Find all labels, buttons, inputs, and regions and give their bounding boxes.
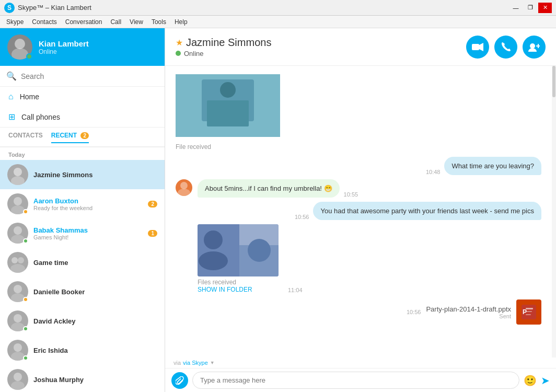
close-button[interactable]: ✕	[538, 3, 552, 13]
tab-contacts[interactable]: CONTACTS	[8, 132, 43, 143]
message-input-bar: 🙂 ➤	[165, 368, 556, 392]
msg-time-1104: 11:04	[288, 287, 303, 293]
pptx-icon: P	[516, 299, 541, 325]
recent-badge: 2	[80, 132, 89, 139]
contact-avatar-game-time	[7, 252, 28, 273]
svg-point-12	[11, 293, 25, 302]
emoji-button[interactable]: 🙂	[524, 374, 537, 387]
nav-call-phones[interactable]: ⊞ Call phones	[0, 107, 165, 127]
chat-area: File received 10:48 What time are you le…	[165, 66, 552, 358]
menu-conversation[interactable]: Conversation	[61, 17, 107, 27]
svg-rect-28	[207, 100, 249, 126]
add-contact-button[interactable]	[523, 36, 546, 59]
received-photo-1	[198, 224, 279, 276]
msg-time-1056a: 10:56	[295, 214, 309, 220]
via-skype-link[interactable]: via Skype	[183, 360, 208, 366]
svg-rect-45	[526, 311, 532, 312]
svg-point-7	[11, 235, 25, 244]
contact-name-eric: Eric Ishida	[33, 347, 157, 354]
msg-time-1056b: 10:56	[407, 309, 421, 315]
nav-home[interactable]: ⌂ Home	[0, 87, 165, 107]
menu-contacts[interactable]: Contacts	[28, 17, 61, 27]
contact-item-david-ackley[interactable]: David Ackley	[0, 306, 165, 336]
msg-time-1055: 10:55	[344, 191, 358, 198]
svg-point-32	[178, 234, 190, 241]
contact-list: Today Jazmine Simmons	[0, 147, 165, 392]
svg-rect-46	[526, 314, 531, 315]
message-input[interactable]	[192, 372, 519, 389]
status-dot-eric	[23, 355, 28, 361]
svg-point-35	[204, 230, 223, 249]
recv-wrap-5mins: About 5mins...if I can find my umbrella!…	[198, 179, 358, 198]
left-panel: Kian Lambert Online 🔍 ⌂ Home ⊞ Call phon…	[0, 28, 165, 392]
section-today: Today	[0, 147, 165, 160]
contact-avatar-danielle	[7, 281, 28, 302]
chat-contact-name: Jazmine Simmons	[186, 37, 271, 49]
status-dot-babak	[23, 238, 28, 244]
svg-point-31	[180, 227, 188, 234]
menu-view[interactable]: View	[125, 17, 147, 27]
recv-avatar-jazmine-2	[176, 224, 192, 243]
menu-call[interactable]: Call	[106, 17, 125, 27]
restore-button[interactable]: ❐	[524, 3, 537, 13]
contact-status-babak: Games Night!	[33, 234, 143, 240]
skype-logo-icon: S	[4, 3, 15, 13]
contact-item-jazmine-simmons[interactable]: Jazmine Simmons	[0, 160, 165, 189]
search-icon: 🔍	[6, 71, 17, 81]
status-dot-david	[23, 326, 28, 331]
menu-skype[interactable]: Skype	[2, 17, 28, 27]
msg-time-1048: 10:48	[426, 169, 441, 175]
contact-name-babak: Babak Shammas	[33, 226, 143, 234]
contact-badge-babak: 1	[148, 230, 157, 237]
video-call-button[interactable]	[466, 36, 489, 59]
svg-rect-44	[526, 308, 533, 309]
status-dot-danielle	[23, 297, 28, 302]
minimize-button[interactable]: —	[509, 3, 523, 13]
nav-items: ⌂ Home ⊞ Call phones	[0, 87, 165, 128]
contact-item-danielle-booker[interactable]: Danielle Booker	[0, 277, 165, 306]
star-icon[interactable]: ★	[176, 38, 183, 48]
profile-name: Kian Lambert	[39, 39, 89, 48]
chat-contact-name-header: ★ Jazmine Simmons	[176, 37, 271, 49]
recv-avatar-jazmine	[176, 179, 192, 196]
title-bar: S Skype™ – Kian Lambert — ❐ ✕	[0, 0, 556, 16]
contact-avatar-img-game-time	[7, 252, 28, 273]
contact-item-aaron-buxton[interactable]: Aaron Buxton Ready for the weekend 2	[0, 189, 165, 218]
contact-item-game-time[interactable]: Game time	[0, 248, 165, 277]
contact-item-babak-shammas[interactable]: Babak Shammas Games Night! 1	[0, 218, 165, 248]
contact-info-joshua: Joshua Murphy	[33, 376, 157, 384]
svg-point-41	[248, 239, 271, 262]
header-actions	[466, 36, 546, 59]
svg-point-30	[178, 189, 190, 196]
contact-name-david: David Ackley	[33, 317, 157, 325]
contact-item-eric-ishida[interactable]: Eric Ishida	[0, 336, 165, 365]
chat-contact-details: ★ Jazmine Simmons Online	[176, 37, 271, 57]
svg-point-26	[220, 82, 236, 98]
attach-button[interactable]	[171, 372, 188, 389]
scrollbar-thumb[interactable]	[552, 66, 555, 97]
contact-item-joshua-murphy[interactable]: Joshua Murphy	[0, 365, 165, 392]
contact-avatar-img-joshua	[7, 369, 28, 390]
contact-avatar-aaron	[7, 193, 28, 214]
contact-avatar-eric	[7, 340, 28, 361]
menu-tools[interactable]: Tools	[147, 17, 170, 27]
contact-name-game-time: Game time	[33, 259, 157, 267]
show-in-folder-link[interactable]: SHOW IN FOLDER	[198, 286, 279, 293]
chat-scrollbar[interactable]	[552, 66, 556, 358]
sent-file-info: Party-plan-2014-1-draft.pptx Sent	[426, 305, 511, 319]
received-photo	[176, 74, 280, 137]
voice-call-button[interactable]	[494, 36, 517, 59]
svg-point-8	[11, 257, 18, 263]
tab-recent[interactable]: RECENT 2	[51, 132, 89, 143]
sent-message-leaving: 10:48 What time are you leaving?	[176, 157, 541, 175]
svg-point-16	[11, 352, 25, 361]
menu-help[interactable]: Help	[170, 17, 192, 27]
profile-avatar[interactable]	[7, 34, 32, 60]
search-input[interactable]	[21, 72, 158, 80]
status-dot-aaron	[23, 209, 28, 214]
tabs: CONTACTS RECENT 2	[0, 128, 165, 147]
contact-name-joshua: Joshua Murphy	[33, 376, 157, 384]
svg-point-11	[14, 285, 22, 293]
send-button[interactable]: ➤	[541, 374, 550, 387]
right-panel: ★ Jazmine Simmons Online	[165, 28, 556, 392]
